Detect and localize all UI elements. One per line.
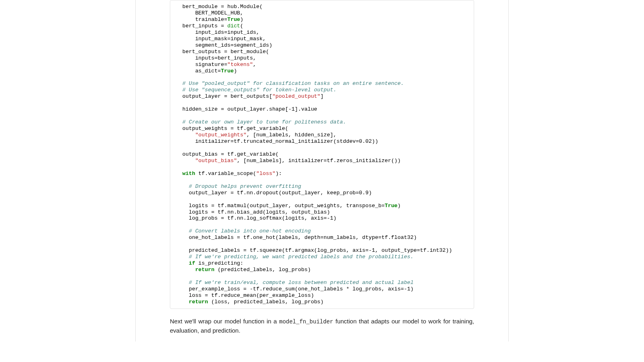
code-line: ) (234, 68, 237, 74)
code-keyword: return (189, 299, 208, 305)
code-line: output_layer = bert_outputs[ (176, 93, 272, 99)
code-keyword: return (195, 267, 215, 273)
prose-text: Next we'll wrap our model function in a (170, 318, 279, 325)
code-line: trainable= (176, 16, 227, 23)
code-string: "tokens" (227, 62, 253, 68)
code-line: input_ids=input_ids, (176, 29, 259, 35)
code-line: ) (398, 203, 401, 209)
code-keyword: True (227, 16, 240, 23)
code-string: "pooled_output" (272, 93, 320, 99)
code-line: output_weights = tf.get_variable( (176, 125, 288, 132)
code-line: input_mask=input_mask, (176, 36, 266, 42)
code-line: , [num_labels], initializer=tf.zeros_ini… (237, 158, 401, 164)
code-line: bert_outputs = bert_module( (176, 49, 269, 55)
code-line: ) (240, 16, 244, 23)
code-line: loss = tf.reduce_mean(per_example_loss) (176, 292, 314, 298)
code-line: output_layer = tf.nn.dropout(output_laye… (176, 190, 372, 196)
code-line: hidden_size = output_layer.shape[-1].val… (176, 106, 317, 112)
code-comment: # If we're train/eval, compute loss betw… (176, 280, 413, 286)
code-comment: # Dropout helps prevent overfitting (176, 183, 301, 189)
code-line: output_bias = tf.get_variable( (176, 151, 279, 157)
code-line: inputs=bert_inputs, (176, 55, 256, 61)
code-comment: # Create our own layer to tune for polit… (176, 119, 346, 125)
code-line: ( (240, 23, 244, 29)
code-keyword: True (221, 68, 234, 74)
code-comment: # Use "pooled_output" for classification… (176, 80, 404, 86)
code-line: , [num_labels, hidden_size], (247, 132, 336, 138)
code-line: signature= (176, 62, 227, 68)
code-string: "loss" (256, 171, 276, 177)
code-line (176, 132, 195, 138)
code-string: "output_bias" (195, 158, 237, 164)
code-line (176, 260, 189, 266)
code-line: (predicted_labels, log_probs) (215, 267, 311, 273)
code-keyword: with (182, 171, 195, 177)
inline-code: model_fn_builder (279, 319, 333, 325)
code-comment: # If we're predicting, we want predicted… (176, 254, 413, 260)
code-comment: # Use "sequence_outputs" for token-level… (176, 87, 336, 93)
code-line: per_example_loss = -tf.reduce_sum(one_ho… (176, 286, 413, 292)
code-line: is_predicting: (195, 260, 244, 266)
code-line: logits = tf.nn.bias_add(logits, output_b… (176, 209, 330, 215)
code-line (176, 299, 189, 305)
code-line: predicted_labels = tf.squeeze(tf.argmax(… (176, 247, 452, 253)
code-line: initializer=tf.truncated_normal_initiali… (176, 138, 378, 144)
code-line (176, 267, 195, 273)
code-line: log_probs = tf.nn.log_softmax(logits, ax… (176, 215, 336, 221)
page-container: bert_module = hub.Module( BERT_MODEL_HUB… (135, 0, 509, 341)
code-line: (loss, predicted_labels, log_probs) (208, 299, 324, 305)
code-keyword: True (385, 203, 398, 209)
code-line: , (253, 62, 256, 68)
code-block: bert_module = hub.Module( BERT_MODEL_HUB… (170, 0, 474, 309)
code-line: tf.variable_scope( (195, 171, 256, 177)
code-line (176, 158, 195, 164)
code-line: ] (320, 93, 324, 99)
code-keyword: if (189, 260, 195, 266)
code-line: ): (275, 171, 282, 177)
code-line: as_dict= (176, 68, 221, 74)
code-line: bert_module = hub.Module( (176, 4, 262, 10)
code-line: one_hot_labels = tf.one_hot(labels, dept… (176, 234, 417, 241)
code-comment: # Convert labels into one-hot encoding (176, 228, 311, 234)
code-line (176, 171, 182, 177)
code-line: segment_ids=segment_ids) (176, 42, 272, 48)
code-builtin: dict (227, 23, 240, 29)
prose-paragraph: Next we'll wrap our model function in a … (170, 317, 474, 335)
code-line: bert_inputs = (176, 23, 227, 29)
code-line: logits = tf.matmul(output_layer, output_… (176, 203, 385, 209)
code-line: BERT_MODEL_HUB, (176, 10, 244, 16)
code-string: "output_weights" (195, 132, 247, 138)
